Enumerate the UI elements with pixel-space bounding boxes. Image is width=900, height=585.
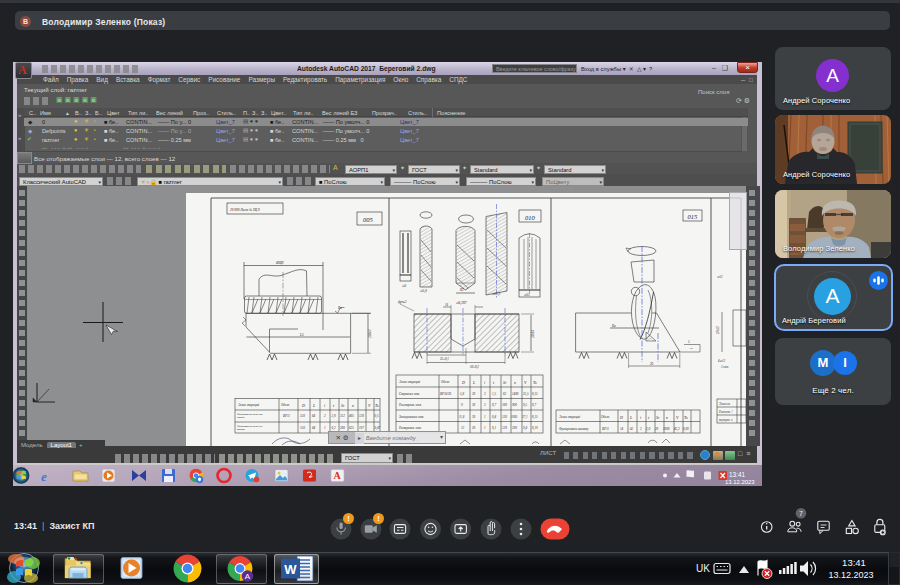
svg-text:Ra: Ra	[337, 306, 342, 310]
svg-text:25h13: 25h13	[368, 329, 372, 338]
svg-text:To: To	[684, 415, 688, 420]
svg-text:Зенкерование отв.: Зенкерование отв.	[399, 415, 424, 419]
svg-text:20: 20	[655, 427, 659, 431]
svg-text:13.12.2023: 13.12.2023	[828, 570, 873, 580]
svg-text:1400: 1400	[512, 392, 519, 396]
svg-text:i: i	[640, 415, 641, 420]
svg-text:R2: R2	[459, 288, 464, 292]
svg-text:130: 130	[502, 415, 507, 419]
svg-text:∅12: ∅12	[717, 275, 723, 279]
svg-text:64: 64	[312, 414, 316, 418]
svg-text:Эскиз операций: Эскиз операций	[559, 414, 581, 419]
svg-text:015: 015	[688, 213, 699, 220]
svg-text:290: 290	[512, 426, 517, 430]
svg-text:200: 200	[340, 426, 345, 430]
svg-text:40Ц9: 40Ц9	[276, 261, 284, 265]
svg-text:150: 150	[300, 414, 305, 418]
svg-text:Ra: Ra	[611, 324, 616, 328]
svg-text:n: n	[352, 403, 354, 408]
svg-text:120: 120	[502, 426, 507, 430]
svg-text:To: To	[375, 403, 379, 408]
svg-text:12: 12	[461, 426, 465, 430]
svg-text:1005: 1005	[511, 415, 518, 419]
svg-text:UK: UK	[696, 563, 710, 574]
svg-text:Эскиз оп: Эскиз оп	[719, 402, 731, 406]
svg-text:13:41: 13:41	[729, 471, 745, 478]
svg-text:197: 197	[359, 426, 364, 430]
svg-text:Сверление отв.: Сверление отв.	[399, 392, 420, 396]
svg-text:ВР11: ВР11	[602, 427, 609, 431]
svg-text:25h13: 25h13	[716, 326, 720, 334]
svg-text:25h13: 25h13	[531, 330, 535, 338]
svg-text:L5: L5	[299, 333, 304, 337]
svg-text:Обозн: Обозн	[441, 380, 450, 384]
svg-text:A: A	[334, 470, 342, 481]
svg-text:005: 005	[363, 216, 374, 223]
svg-text:A: A	[245, 572, 251, 581]
svg-text:4∅13: 4∅13	[718, 359, 726, 363]
svg-text:100: 100	[502, 403, 507, 407]
svg-text:Sr: Sr	[503, 380, 507, 385]
svg-text:20: 20	[472, 426, 476, 430]
svg-text:120: 120	[359, 414, 364, 418]
svg-text:42: 42	[630, 427, 634, 431]
svg-text:D: D	[301, 403, 305, 408]
svg-text:ВР16/26: ВР16/26	[440, 392, 452, 396]
svg-text:Развертыв. отв.: Развертыв. отв.	[398, 426, 422, 430]
svg-text:20 090 Лист № 9Ц 9: 20 090 Лист № 9Ц 9	[230, 208, 260, 212]
svg-text:900: 900	[512, 403, 517, 407]
svg-text:Sr: Sr	[341, 403, 345, 408]
svg-text:n: n	[666, 415, 668, 420]
svg-text:Эскиз операций: Эскиз операций	[399, 379, 421, 384]
svg-text:фр№2: фр№2	[398, 300, 407, 304]
svg-text:ВР11: ВР11	[283, 414, 290, 418]
svg-text:D: D	[619, 415, 623, 420]
svg-text:312: 312	[340, 414, 345, 418]
svg-text:D: D	[461, 380, 465, 385]
svg-text:i: i	[324, 403, 325, 408]
svg-text:Эскиз операций: Эскиз операций	[238, 402, 260, 407]
svg-text:i: i	[484, 380, 485, 385]
svg-text:W: W	[284, 562, 297, 577]
svg-text:16: 16	[445, 303, 449, 307]
svg-text:Рассверлив. отв.: Рассверлив. отв.	[398, 403, 422, 407]
svg-text:30: 30	[472, 392, 476, 396]
svg-text:n: n	[514, 380, 516, 385]
svg-text:14: 14	[620, 427, 624, 431]
svg-text:e: e	[41, 469, 47, 484]
svg-text:∅12: ∅12	[524, 293, 530, 297]
svg-text:3 отв: 3 отв	[721, 365, 729, 369]
svg-text:1000: 1000	[663, 427, 670, 431]
svg-text:13:41: 13:41	[842, 557, 866, 568]
svg-text:405: 405	[349, 414, 354, 418]
svg-text:нового: нового	[237, 416, 245, 419]
svg-text:64: 64	[312, 426, 316, 430]
svg-text:30: 30	[472, 415, 476, 419]
svg-text:150: 150	[300, 426, 305, 430]
svg-text:30: 30	[472, 403, 476, 407]
svg-text:Фрезеровать канавку: Фрезеровать канавку	[559, 427, 589, 431]
svg-text:7: 7	[799, 510, 803, 517]
svg-text:Расточн. !: Расточн. !	[718, 410, 733, 414]
svg-text:010: 010	[525, 214, 536, 221]
svg-text:внутрен. о: внутрен. о	[719, 418, 733, 422]
svg-text:тового: тового	[237, 428, 246, 431]
svg-text:Обозн: Обозн	[601, 415, 610, 419]
svg-text:Sr: Sr	[656, 415, 660, 420]
svg-text:Обозн: Обозн	[281, 403, 290, 407]
svg-text:13.12.2023: 13.12.2023	[725, 479, 755, 485]
svg-text:63: 63	[503, 392, 507, 396]
svg-text:∅5: ∅5	[402, 284, 407, 288]
svg-text:635: 635	[349, 426, 354, 430]
svg-text:To: To	[533, 380, 537, 385]
svg-text:20: 20	[650, 362, 654, 366]
